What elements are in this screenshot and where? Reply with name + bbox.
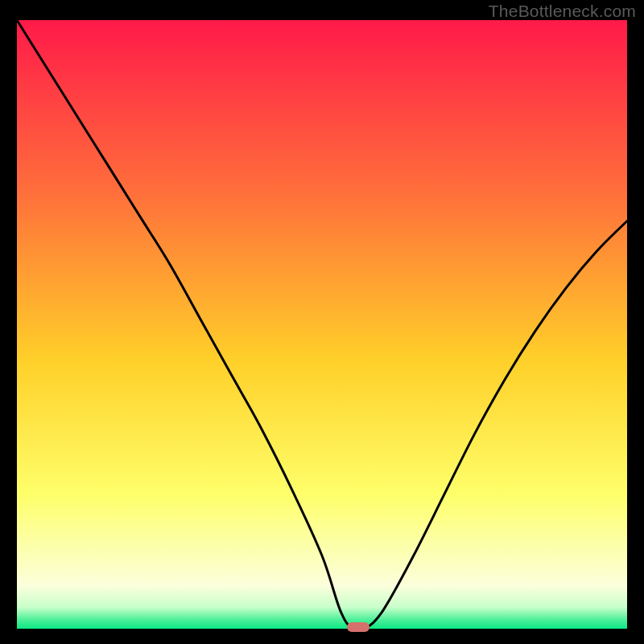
chart-svg: [17, 20, 627, 629]
plot-area: [17, 20, 627, 629]
chart-frame: TheBottleneck.com: [0, 0, 644, 644]
gradient-background: [17, 20, 627, 629]
optimal-point-marker: [347, 622, 369, 632]
watermark-text: TheBottleneck.com: [489, 2, 636, 21]
